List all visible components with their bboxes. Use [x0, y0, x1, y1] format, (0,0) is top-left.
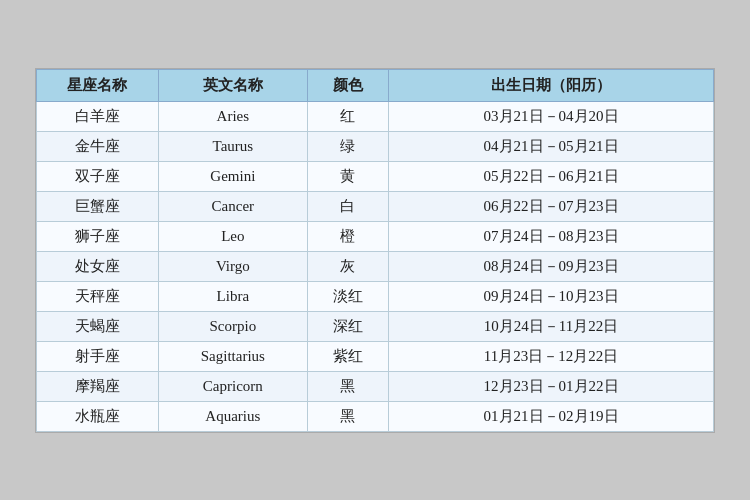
zodiac-table-container: 星座名称 英文名称 颜色 出生日期（阳历） 白羊座Aries红03月21日－04…: [35, 68, 715, 433]
zodiac-table: 星座名称 英文名称 颜色 出生日期（阳历） 白羊座Aries红03月21日－04…: [36, 69, 714, 432]
cell-chinese: 摩羯座: [37, 371, 159, 401]
table-row: 天蝎座Scorpio深红10月24日－11月22日: [37, 311, 714, 341]
cell-english: Libra: [158, 281, 307, 311]
cell-english: Aquarius: [158, 401, 307, 431]
cell-date: 01月21日－02月19日: [389, 401, 714, 431]
cell-english: Taurus: [158, 131, 307, 161]
cell-color: 灰: [307, 251, 388, 281]
header-date: 出生日期（阳历）: [389, 69, 714, 101]
cell-date: 05月22日－06月21日: [389, 161, 714, 191]
cell-color: 黑: [307, 401, 388, 431]
cell-color: 橙: [307, 221, 388, 251]
cell-english: Capricorn: [158, 371, 307, 401]
cell-chinese: 射手座: [37, 341, 159, 371]
cell-english: Gemini: [158, 161, 307, 191]
cell-english: Aries: [158, 101, 307, 131]
header-english: 英文名称: [158, 69, 307, 101]
cell-date: 10月24日－11月22日: [389, 311, 714, 341]
cell-chinese: 天秤座: [37, 281, 159, 311]
table-row: 白羊座Aries红03月21日－04月20日: [37, 101, 714, 131]
cell-english: Cancer: [158, 191, 307, 221]
cell-color: 红: [307, 101, 388, 131]
cell-chinese: 狮子座: [37, 221, 159, 251]
cell-chinese: 巨蟹座: [37, 191, 159, 221]
cell-color: 淡红: [307, 281, 388, 311]
cell-chinese: 金牛座: [37, 131, 159, 161]
cell-chinese: 白羊座: [37, 101, 159, 131]
cell-date: 06月22日－07月23日: [389, 191, 714, 221]
table-row: 摩羯座Capricorn黑12月23日－01月22日: [37, 371, 714, 401]
cell-chinese: 天蝎座: [37, 311, 159, 341]
cell-color: 白: [307, 191, 388, 221]
cell-date: 03月21日－04月20日: [389, 101, 714, 131]
cell-chinese: 水瓶座: [37, 401, 159, 431]
cell-chinese: 处女座: [37, 251, 159, 281]
cell-english: Leo: [158, 221, 307, 251]
table-row: 巨蟹座Cancer白06月22日－07月23日: [37, 191, 714, 221]
cell-color: 黄: [307, 161, 388, 191]
header-color: 颜色: [307, 69, 388, 101]
cell-color: 深红: [307, 311, 388, 341]
table-row: 金牛座Taurus绿04月21日－05月21日: [37, 131, 714, 161]
table-row: 狮子座Leo橙07月24日－08月23日: [37, 221, 714, 251]
cell-date: 08月24日－09月23日: [389, 251, 714, 281]
cell-english: Virgo: [158, 251, 307, 281]
header-chinese: 星座名称: [37, 69, 159, 101]
cell-date: 11月23日－12月22日: [389, 341, 714, 371]
table-row: 射手座Sagittarius紫红11月23日－12月22日: [37, 341, 714, 371]
cell-color: 紫红: [307, 341, 388, 371]
cell-date: 09月24日－10月23日: [389, 281, 714, 311]
cell-color: 黑: [307, 371, 388, 401]
table-row: 天秤座Libra淡红09月24日－10月23日: [37, 281, 714, 311]
cell-english: Sagittarius: [158, 341, 307, 371]
cell-date: 04月21日－05月21日: [389, 131, 714, 161]
cell-date: 12月23日－01月22日: [389, 371, 714, 401]
cell-date: 07月24日－08月23日: [389, 221, 714, 251]
cell-english: Scorpio: [158, 311, 307, 341]
cell-color: 绿: [307, 131, 388, 161]
table-header-row: 星座名称 英文名称 颜色 出生日期（阳历）: [37, 69, 714, 101]
cell-chinese: 双子座: [37, 161, 159, 191]
table-row: 双子座Gemini黄05月22日－06月21日: [37, 161, 714, 191]
table-row: 水瓶座Aquarius黑01月21日－02月19日: [37, 401, 714, 431]
table-row: 处女座Virgo灰08月24日－09月23日: [37, 251, 714, 281]
